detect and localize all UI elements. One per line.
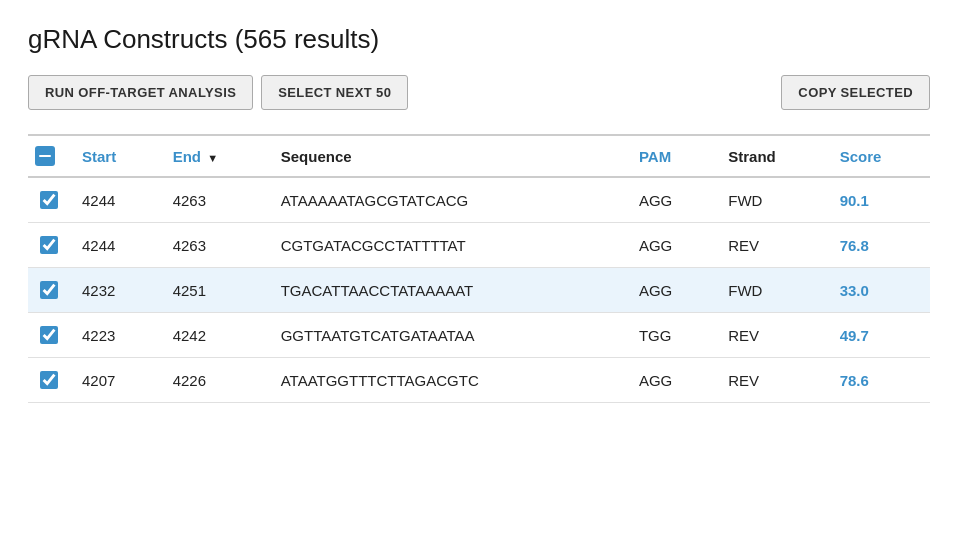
row-score: 78.6: [828, 358, 930, 403]
sort-arrow-end: ▼: [207, 152, 218, 164]
row-start: 4232: [70, 268, 161, 313]
row-pam: AGG: [627, 358, 716, 403]
row-end: 4263: [161, 177, 269, 223]
toolbar: RUN OFF-TARGET ANALYSIS SELECT NEXT 50 C…: [28, 75, 930, 110]
col-header-end[interactable]: End ▼: [161, 135, 269, 177]
table-row: 42324251TGACATTAACCTATAAAAATAGGFWD33.0: [28, 268, 930, 313]
row-sequence: ATAAAAATAGCGTATCACG: [269, 177, 627, 223]
row-pam: AGG: [627, 268, 716, 313]
row-score: 90.1: [828, 177, 930, 223]
col-header-score: Score: [828, 135, 930, 177]
row-strand: REV: [716, 313, 827, 358]
select-next-button[interactable]: SELECT NEXT 50: [261, 75, 408, 110]
col-header-pam: PAM: [627, 135, 716, 177]
row-score: 49.7: [828, 313, 930, 358]
results-table: Start End ▼ Sequence PAM Strand Score 42…: [28, 134, 930, 403]
row-strand: REV: [716, 223, 827, 268]
select-all-header[interactable]: [28, 135, 70, 177]
row-end: 4263: [161, 223, 269, 268]
row-checkbox-cell[interactable]: [28, 313, 70, 358]
row-checkbox-cell[interactable]: [28, 268, 70, 313]
row-end: 4251: [161, 268, 269, 313]
row-strand: FWD: [716, 177, 827, 223]
row-strand: FWD: [716, 268, 827, 313]
row-checkbox-cell[interactable]: [28, 223, 70, 268]
deselect-all-icon[interactable]: [35, 146, 55, 166]
table-row: 42444263ATAAAAATAGCGTATCACGAGGFWD90.1: [28, 177, 930, 223]
row-start: 4207: [70, 358, 161, 403]
table-header-row: Start End ▼ Sequence PAM Strand Score: [28, 135, 930, 177]
row-checkbox[interactable]: [40, 371, 58, 389]
row-sequence: GGTTAATGTCATGATAATAA: [269, 313, 627, 358]
row-start: 4223: [70, 313, 161, 358]
row-pam: AGG: [627, 223, 716, 268]
row-checkbox[interactable]: [40, 281, 58, 299]
row-pam: TGG: [627, 313, 716, 358]
table-row: 42074226ATAATGGTTTCTTAGACGTCAGGREV78.6: [28, 358, 930, 403]
row-start: 4244: [70, 223, 161, 268]
table-row: 42234242GGTTAATGTCATGATAATAATGGREV49.7: [28, 313, 930, 358]
row-start: 4244: [70, 177, 161, 223]
row-checkbox[interactable]: [40, 236, 58, 254]
row-sequence: ATAATGGTTTCTTAGACGTC: [269, 358, 627, 403]
copy-selected-button[interactable]: COPY SELECTED: [781, 75, 930, 110]
col-header-start: Start: [70, 135, 161, 177]
col-header-strand: Strand: [716, 135, 827, 177]
row-sequence: CGTGATACGCCTATTTTAT: [269, 223, 627, 268]
row-score: 33.0: [828, 268, 930, 313]
row-strand: REV: [716, 358, 827, 403]
row-sequence: TGACATTAACCTATAAAAAT: [269, 268, 627, 313]
col-header-sequence: Sequence: [269, 135, 627, 177]
row-checkbox-cell[interactable]: [28, 177, 70, 223]
page-title: gRNA Constructs (565 results): [28, 24, 930, 55]
row-checkbox[interactable]: [40, 326, 58, 344]
row-score: 76.8: [828, 223, 930, 268]
row-end: 4226: [161, 358, 269, 403]
row-pam: AGG: [627, 177, 716, 223]
row-checkbox-cell[interactable]: [28, 358, 70, 403]
row-checkbox[interactable]: [40, 191, 58, 209]
table-row: 42444263CGTGATACGCCTATTTTATAGGREV76.8: [28, 223, 930, 268]
run-analysis-button[interactable]: RUN OFF-TARGET ANALYSIS: [28, 75, 253, 110]
row-end: 4242: [161, 313, 269, 358]
